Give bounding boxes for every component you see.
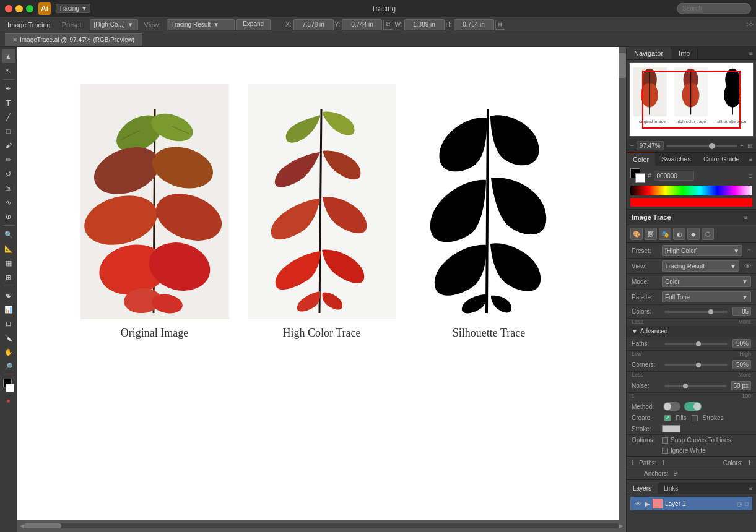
image-trace-menu[interactable]: ≡ (741, 212, 751, 222)
scroll-track[interactable] (24, 523, 619, 528)
layer-name[interactable]: Layer 1 (665, 500, 734, 507)
palette-dropdown[interactable]: Full Tone ▼ (662, 291, 751, 302)
paths-slider-thumb[interactable] (696, 341, 701, 346)
view-eye-icon[interactable]: 👁 (744, 262, 751, 270)
colors-slider[interactable] (664, 311, 728, 313)
preset-dropdown[interactable]: [High Co...] ▼ (90, 19, 138, 30)
constrain-icon[interactable]: ⊞ (495, 20, 505, 30)
mode-dropdown[interactable]: Color ▼ (662, 276, 751, 287)
title-search-input[interactable] (677, 3, 751, 14)
color-panel-overflow[interactable]: ≡ (749, 173, 752, 179)
nav-panel-menu[interactable]: ≡ (746, 48, 756, 58)
tab-navigator[interactable]: Navigator (627, 47, 671, 59)
trace-icon-low-color[interactable]: 🎭 (659, 228, 671, 240)
tab-color-guide[interactable]: Color Guide (697, 153, 746, 166)
zoom-slider[interactable] (666, 145, 737, 147)
advanced-header[interactable]: ▼ Advanced (627, 326, 756, 337)
close-tab-icon[interactable]: ✕ (12, 36, 17, 43)
menu-image-tracing[interactable]: Image Tracing (2, 20, 56, 30)
paths-value[interactable]: 50% (732, 339, 751, 348)
fills-checkbox[interactable]: ✓ (664, 415, 671, 421)
tool-pencil[interactable]: ✏ (2, 153, 15, 166)
tool-eyedropper[interactable]: 🔍 (2, 228, 15, 241)
v-scrollbar[interactable] (619, 47, 626, 520)
zoom-out-icon[interactable]: − (630, 142, 634, 149)
color-spectrum-bar[interactable] (630, 186, 752, 195)
tab-color[interactable]: Color (627, 153, 655, 166)
nav-expand-icon[interactable]: ⊞ (747, 142, 752, 149)
noise-value[interactable]: 50 px (731, 381, 751, 390)
layer-1-row[interactable]: 👁 ▶ Layer 1 ◎ □ (630, 497, 752, 510)
paths-slider[interactable] (664, 343, 728, 345)
stroke-swatch[interactable] (662, 425, 680, 432)
trace-image-box[interactable] (248, 84, 396, 319)
workspace-dropdown[interactable]: Tracing ▼ (56, 4, 90, 13)
fill-stroke-colors[interactable] (2, 379, 15, 392)
method-toggle-2[interactable] (684, 402, 702, 411)
v-scrollbar-thumb[interactable] (619, 53, 626, 78)
overflow-menu[interactable]: >> (746, 21, 754, 28)
method-toggle-1[interactable] (663, 402, 680, 411)
layers-panel-menu[interactable]: ≡ (746, 484, 756, 494)
colors-slider-thumb[interactable] (708, 309, 713, 314)
scroll-thumb[interactable] (24, 523, 61, 528)
scroll-left-arrow[interactable]: ◀ (20, 523, 24, 529)
expand-button[interactable]: Expand (236, 19, 271, 30)
noise-slider[interactable] (664, 385, 726, 387)
tool-rotate[interactable]: ↺ (2, 167, 15, 181)
layer-select-icon[interactable]: □ (745, 500, 749, 507)
tab-links[interactable]: Links (658, 483, 684, 494)
tool-measure[interactable]: 📐 (2, 242, 15, 255)
scroll-right-arrow[interactable]: ▶ (619, 523, 623, 529)
tab-layers[interactable]: Layers (627, 483, 658, 494)
tool-type[interactable]: T (2, 96, 15, 109)
tab-swatches[interactable]: Swatches (655, 153, 697, 166)
noise-slider-thumb[interactable] (683, 384, 688, 388)
ignore-white-checkbox[interactable] (662, 448, 668, 454)
tool-artboard[interactable]: ⊟ (2, 317, 15, 330)
corners-slider-thumb[interactable] (696, 363, 701, 367)
fill-stroke-indicator[interactable] (630, 168, 645, 183)
layer-target-icon[interactable]: ◎ (737, 500, 742, 507)
snap-curves-checkbox[interactable] (662, 437, 668, 444)
zoom-slider-thumb[interactable] (709, 143, 715, 149)
tool-select[interactable]: ▲ (2, 49, 15, 63)
close-button[interactable] (5, 5, 12, 12)
tool-zoom[interactable]: 🔎 (2, 359, 15, 373)
color-panel-menu[interactable]: ≡ (746, 155, 756, 165)
tool-slice[interactable]: 🔪 (2, 331, 15, 345)
corners-slider[interactable] (664, 364, 728, 366)
minimize-button[interactable] (15, 5, 23, 12)
tool-blend[interactable]: ⊕ (2, 210, 15, 223)
tool-paintbrush[interactable]: 🖌 (2, 139, 15, 152)
layer-expand-icon[interactable]: ▶ (645, 500, 650, 507)
tool-hand[interactable]: ✋ (2, 345, 15, 359)
doc-tab[interactable]: ✕ ImageTrace.ai @ 97.47% (RGB/Preview) (5, 33, 142, 46)
tool-column-graph[interactable]: 📊 (2, 302, 15, 316)
canvas-area[interactable]: Original Image (17, 47, 626, 532)
tool-gradient[interactable]: ▦ (2, 256, 15, 270)
tool-rect[interactable]: □ (2, 124, 15, 138)
tool-mesh[interactable]: ⊞ (2, 270, 15, 284)
stroke-color[interactable] (635, 173, 645, 183)
stats-info-icon[interactable]: ℹ (632, 459, 634, 467)
h-scrollbar[interactable]: ◀ ▶ (17, 520, 626, 532)
strokes-checkbox[interactable] (692, 415, 698, 421)
view-dropdown-panel[interactable]: Tracing Result ▼ (662, 260, 739, 272)
tool-symbol[interactable]: ☯ (2, 288, 15, 302)
tab-info[interactable]: Info (671, 47, 698, 59)
trace-icon-grayscale[interactable]: ◐ (673, 228, 685, 240)
h-input[interactable]: 0.764 in (454, 19, 494, 30)
maximize-button[interactable] (26, 5, 33, 12)
x-input[interactable]: 7.578 in (293, 19, 334, 30)
tool-scale[interactable]: ⇲ (2, 181, 15, 195)
trace-icon-auto[interactable]: 🎨 (630, 228, 643, 240)
view-dropdown[interactable]: Tracing Result ▼ (167, 19, 235, 30)
tool-change-mode[interactable]: ■ (2, 394, 15, 408)
trace-icon-bw[interactable]: ◆ (687, 228, 700, 240)
preset-dropdown-panel[interactable]: [High Color] ▼ (662, 245, 742, 256)
link-icon[interactable]: ⛓ (383, 20, 393, 30)
trace-icon-high-color[interactable]: 🖼 (645, 228, 657, 240)
colors-value[interactable]: 85 (732, 307, 751, 316)
tool-line[interactable]: ╱ (2, 110, 15, 124)
